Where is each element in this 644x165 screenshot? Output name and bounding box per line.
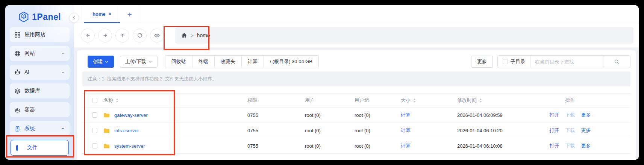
header-actions: 操作 [541, 97, 626, 104]
tab-close-icon[interactable]: ✕ [108, 12, 112, 17]
toolbar: 创建 上传/下载 回收站终端收藏夹计算/ (根目录) 30.04 GB 更多 [82, 56, 630, 68]
mtime-cell: 2026-01-04 06:09:59 [457, 112, 541, 118]
chevron-down-icon [105, 60, 109, 64]
home-icon [181, 32, 187, 38]
table-row: gateway-server 0755 root (0) root (0) 计算… [82, 107, 630, 123]
navigation-row: > home [74, 23, 639, 47]
forward-button[interactable] [98, 29, 112, 42]
sidebar-item-files[interactable]: 文件 [11, 140, 69, 156]
table-body: gateway-server 0755 root (0) root (0) 计算… [82, 107, 630, 154]
sidebar-item-label: 网站 [24, 50, 61, 57]
sidebar-item-ai[interactable]: AI [10, 65, 70, 80]
preview-eye-button[interactable] [150, 29, 164, 42]
sidebar-item-website[interactable]: 网站 [10, 46, 70, 61]
action-more[interactable]: 更多 [581, 142, 591, 149]
file-name-link[interactable]: infra-server [114, 128, 139, 133]
breadcrumb[interactable]: > home [175, 27, 633, 44]
user-cell: root (0) [305, 112, 355, 118]
chevron-down-icon [61, 51, 65, 56]
main-area: home ✕ ＋ [74, 5, 639, 160]
row-checkbox[interactable] [92, 143, 97, 148]
subdirectory-checkbox[interactable] [503, 59, 508, 64]
back-button[interactable] [81, 29, 95, 42]
toolbar-right: 更多 子目录 [471, 55, 630, 68]
mtime-cell: 2026-01-04 06:10:08 [457, 143, 541, 149]
sidebar-item-database[interactable]: 数据库 [10, 83, 70, 98]
upload-download-button[interactable]: 上传/下载 [120, 56, 158, 68]
container-icon [14, 107, 21, 113]
sort-icon[interactable] [413, 98, 416, 103]
sidebar-collapse-button[interactable] [69, 13, 79, 23]
row-actions: 打开下载更多 [541, 127, 626, 134]
file-name-link[interactable]: system-server [114, 143, 145, 149]
action-download[interactable]: 下载 [565, 127, 575, 134]
action-open[interactable]: 打开 [550, 112, 559, 118]
toolbar-item-recycle-bin[interactable]: 回收站 [165, 56, 192, 68]
globe-icon [14, 50, 21, 57]
svg-text:1: 1 [23, 14, 25, 19]
sort-icon[interactable] [479, 98, 482, 103]
table-row: system-server 0755 root (0) root (0) 计算 … [82, 138, 630, 154]
size-compute-link[interactable]: 计算 [401, 142, 411, 149]
toolbar-group: 回收站终端收藏夹计算/ (根目录) 30.04 GB [165, 55, 319, 68]
up-button[interactable] [115, 29, 129, 42]
server-icon [14, 126, 21, 132]
app-logo: 1 1Panel [18, 11, 70, 23]
logo-text: 1Panel [32, 12, 61, 22]
subdirectory-label: 子目录 [511, 58, 525, 65]
action-download[interactable]: 下载 [565, 112, 575, 118]
tab-home[interactable]: home ✕ [84, 5, 120, 23]
sidebar-item-label: 文件 [27, 144, 38, 151]
toolbar-item-compute[interactable]: 计算 [242, 56, 264, 68]
sidebar-nav: 应用商店网站AI数据库容器系统文件 [10, 27, 70, 156]
chevron-down-icon [148, 60, 152, 64]
action-open[interactable]: 打开 [550, 127, 559, 134]
onepanel-logo-icon: 1 [18, 11, 29, 23]
header-name[interactable]: 名称 [103, 97, 247, 104]
sidebar-item-app-store[interactable]: 应用商店 [10, 27, 70, 42]
row-checkbox[interactable] [92, 112, 97, 118]
sidebar-item-label: 系统 [24, 125, 61, 132]
permission-cell: 0755 [247, 143, 305, 149]
subdirectory-toggle[interactable]: 子目录 [498, 56, 530, 68]
action-open[interactable]: 打开 [550, 142, 559, 149]
group-cell: root (0) [355, 128, 401, 133]
folder-icon [103, 143, 110, 149]
select-all-checkbox[interactable] [92, 98, 97, 103]
toolbar-item-favorites[interactable]: 收藏夹 [215, 56, 242, 68]
action-download[interactable]: 下载 [565, 142, 575, 149]
action-more[interactable]: 更多 [581, 112, 591, 118]
search-group: 子目录 [497, 55, 630, 68]
size-compute-link[interactable]: 计算 [401, 127, 411, 134]
toolbar-item-root-usage: / (根目录) 30.04 GB [264, 56, 318, 68]
content-background: 创建 上传/下载 回收站终端收藏夹计算/ (根目录) 30.04 GB 更多 [74, 47, 639, 160]
create-button[interactable]: 创建 [88, 56, 114, 68]
header-size[interactable]: 大小 [401, 97, 457, 104]
toolbar-item-terminal[interactable]: 终端 [192, 56, 215, 68]
sidebar-item-container[interactable]: 容器 [10, 102, 70, 117]
database-icon [14, 88, 21, 94]
more-button[interactable]: 更多 [471, 56, 493, 68]
table-header-row: 名称 权限 用户 用户组 大小 修改时间 [82, 93, 630, 107]
breadcrumb-current: home [197, 32, 210, 38]
folder-icon [103, 127, 110, 134]
mtime-cell: 2026-01-04 06:10:20 [457, 128, 541, 133]
action-more[interactable]: 更多 [581, 127, 591, 134]
header-mtime[interactable]: 修改时间 [457, 97, 541, 104]
search-input[interactable] [530, 56, 603, 68]
row-actions: 打开下载更多 [541, 112, 626, 118]
tab-add-button[interactable]: ＋ [120, 5, 139, 23]
breadcrumb-separator: > [191, 33, 194, 38]
sort-icon[interactable] [115, 98, 119, 103]
user-cell: root (0) [305, 143, 355, 149]
user-cell: root (0) [305, 128, 355, 133]
chevron-up-icon [61, 127, 65, 131]
file-name-link[interactable]: gateway-server [114, 112, 148, 118]
row-checkbox[interactable] [92, 128, 97, 133]
size-compute-link[interactable]: 计算 [401, 112, 411, 118]
permission-cell: 0755 [247, 128, 305, 133]
refresh-button[interactable] [133, 29, 147, 42]
sidebar-item-system[interactable]: 系统 [10, 121, 70, 136]
sidebar-item-label: 应用商店 [24, 31, 65, 38]
search-button[interactable] [603, 56, 630, 68]
